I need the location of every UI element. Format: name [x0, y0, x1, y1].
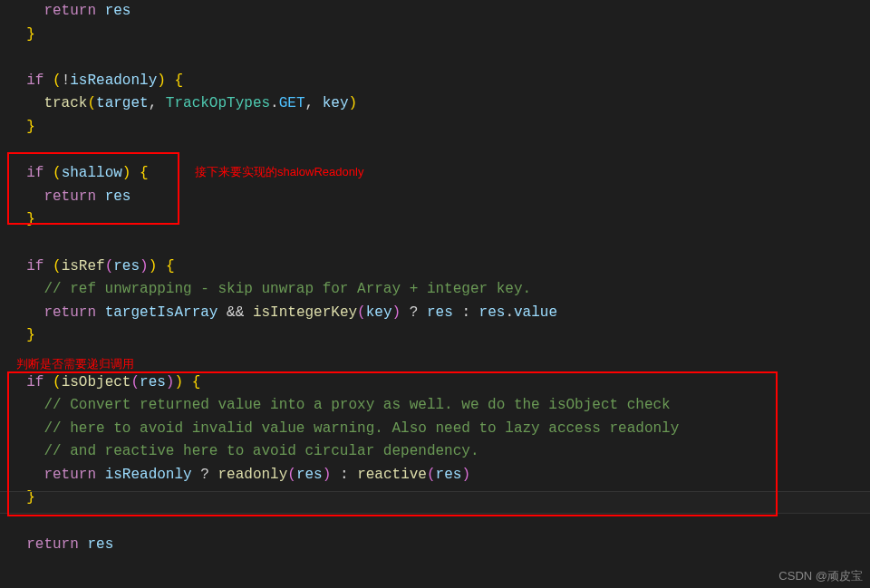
code-line: // ref unwrapping - skip unwrap for Arra…	[9, 278, 870, 302]
code-line: }	[9, 208, 870, 232]
code-line: return res	[9, 534, 870, 557]
code-line: return isReadonly ? readonly(res) : reac…	[9, 464, 870, 487]
operator: &&	[227, 304, 244, 321]
variable: res	[427, 304, 453, 321]
keyword: return	[26, 536, 79, 553]
keyword: return	[44, 467, 96, 483]
brace: }	[26, 327, 35, 343]
brace: {	[140, 165, 149, 181]
code-line	[9, 510, 870, 534]
paren: (	[87, 95, 96, 111]
variable: isReadonly	[70, 72, 157, 89]
brace: {	[192, 374, 201, 390]
annotation-shallow: 接下来要实现的shalowReadonly	[195, 163, 363, 182]
code-line: return res	[9, 0, 870, 24]
variable: res	[105, 3, 131, 19]
annotation-recursive: 判断是否需要递归调用	[16, 355, 134, 374]
code-line: if (isObject(res)) {	[9, 371, 870, 395]
paren: (	[357, 304, 366, 321]
brace: }	[26, 119, 35, 135]
operator: !	[62, 72, 71, 89]
code-editor[interactable]: return res } if (!isReadonly) { track(ta…	[9, 0, 870, 556]
brace: }	[26, 211, 35, 227]
paren: (	[53, 374, 62, 390]
paren: (	[53, 72, 62, 89]
function-call: track	[44, 95, 87, 111]
paren: (	[427, 467, 436, 483]
paren: )	[349, 95, 358, 111]
function-call: reactive	[357, 467, 427, 483]
code-line	[9, 232, 870, 255]
keyword: return	[44, 188, 96, 205]
code-line: return res	[9, 186, 870, 209]
brace: }	[26, 489, 35, 506]
property: value	[514, 304, 557, 321]
paren: (	[287, 467, 296, 483]
watermark: CSDN @顽皮宝	[778, 567, 863, 586]
code-line: }	[9, 324, 870, 348]
operator: ?	[410, 304, 419, 321]
code-line: // Convert returned value into a proxy a…	[9, 394, 870, 418]
comment: // ref unwrapping - skip unwrap for Arra…	[44, 281, 531, 297]
function-call: isObject	[62, 374, 131, 390]
code-line: if (shallow) {	[9, 162, 870, 186]
keyword: if	[26, 258, 44, 275]
paren: (	[130, 374, 140, 390]
code-line: return targetIsArray && isIntegerKey(key…	[9, 302, 870, 325]
paren: )	[323, 467, 332, 483]
code-line	[9, 46, 870, 70]
paren: (	[53, 258, 62, 275]
comment: // here to avoid invalid value warning. …	[44, 420, 679, 437]
function-call: isRef	[62, 258, 105, 275]
code-line: // here to avoid invalid value warning. …	[9, 418, 870, 441]
variable: key	[323, 95, 349, 111]
variable: res	[113, 258, 140, 275]
keyword: if	[26, 72, 44, 89]
variable: targetIsArray	[105, 304, 218, 321]
operator: ?	[200, 467, 209, 483]
comment: // and reactive here to avoid circular d…	[44, 443, 478, 459]
code-line: }	[9, 24, 870, 47]
variable: res	[436, 467, 462, 483]
keyword: return	[44, 304, 96, 321]
variable: shallow	[62, 165, 122, 181]
keyword: if	[26, 165, 44, 181]
paren: )	[122, 165, 131, 181]
keyword: if	[26, 374, 44, 390]
variable: target	[96, 95, 149, 111]
constant: GET	[279, 95, 305, 111]
variable: isReadonly	[105, 467, 192, 483]
brace: }	[26, 26, 35, 43]
code-line	[9, 348, 870, 371]
operator: :	[340, 467, 349, 483]
brace: {	[166, 258, 175, 275]
paren: )	[149, 258, 158, 275]
paren: )	[157, 72, 166, 89]
keyword: return	[44, 3, 96, 19]
function-call: isIntegerKey	[253, 304, 357, 321]
code-line: }	[9, 487, 870, 510]
variable: res	[105, 188, 131, 205]
paren: )	[461, 467, 470, 483]
code-line: }	[9, 116, 870, 140]
function-call: readonly	[218, 467, 287, 483]
code-line: track(target, TrackOpTypes.GET, key)	[9, 92, 870, 116]
brace: {	[174, 72, 183, 89]
paren: )	[392, 304, 401, 321]
variable: res	[296, 467, 323, 483]
paren: (	[105, 258, 114, 275]
operator: :	[461, 304, 470, 321]
code-line: if (!isReadonly) {	[9, 70, 870, 93]
paren: )	[174, 374, 183, 390]
comment: // Convert returned value into a proxy a…	[44, 397, 670, 413]
variable: key	[366, 304, 392, 321]
variable: res	[140, 374, 166, 390]
code-line	[9, 140, 870, 163]
variable: res	[479, 304, 506, 321]
variable: res	[87, 536, 113, 553]
code-line: if (isRef(res)) {	[9, 255, 870, 279]
paren: )	[140, 258, 149, 275]
code-line: // and reactive here to avoid circular d…	[9, 440, 870, 464]
paren: (	[53, 165, 62, 181]
type: TrackOpTypes	[166, 95, 270, 111]
